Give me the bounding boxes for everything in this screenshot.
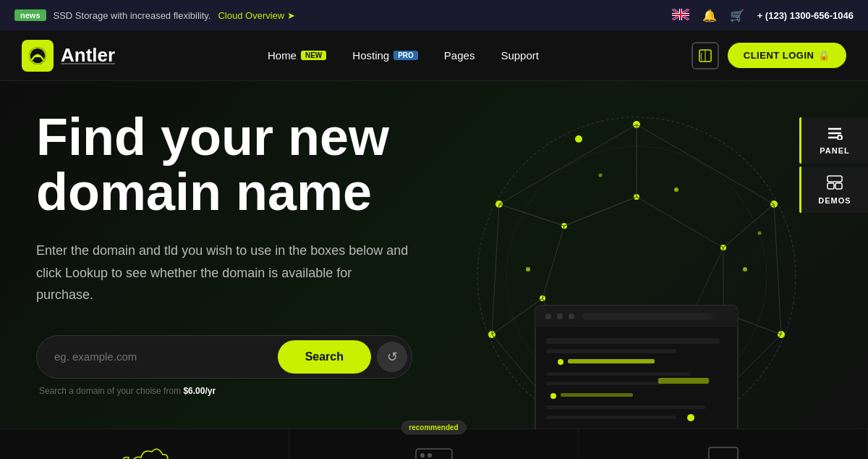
nav-pages-label: Pages (444, 49, 475, 62)
svg-rect-80 (827, 183, 834, 189)
svg-rect-72 (546, 405, 705, 409)
hero-title: Find your new domain name (36, 110, 412, 219)
announcement-text: SSD Storage with increased flexibility. (54, 10, 211, 21)
panel-widget: PANEL DEMOS (799, 117, 868, 213)
hero-section: PANEL DEMOS Find your new domain name En… (0, 81, 868, 429)
svg-rect-67 (546, 372, 691, 376)
svg-rect-90 (709, 447, 738, 459)
svg-point-60 (557, 313, 563, 319)
navbar: Antler Home NEW Hosting PRO Pages Suppor… (0, 30, 868, 81)
nav-hosting-badge: PRO (393, 51, 418, 60)
svg-rect-68 (546, 382, 662, 385)
flag-icon[interactable] (672, 9, 689, 22)
svg-line-49 (499, 204, 564, 226)
logo-text[interactable]: Antler (61, 44, 115, 67)
svg-line-33 (499, 125, 637, 204)
svg-line-28 (774, 204, 781, 334)
panel-icon (827, 127, 843, 143)
svg-point-70 (550, 393, 556, 399)
panel-label: PANEL (820, 146, 849, 155)
demos-button[interactable]: DEMOS (799, 167, 868, 213)
svg-point-50 (674, 188, 678, 192)
svg-line-32 (492, 204, 499, 334)
domain-search-input[interactable] (54, 350, 272, 363)
svg-point-74 (687, 414, 694, 421)
svg-point-85 (420, 453, 425, 458)
lock-icon: 🔒 (818, 50, 830, 61)
svg-rect-4 (680, 9, 681, 20)
bell-icon[interactable]: 🔔 (702, 9, 717, 22)
svg-point-55 (758, 232, 762, 235)
client-login-button[interactable]: CLIENT LOGIN 🔒 (728, 43, 846, 68)
svg-point-78 (838, 135, 842, 140)
svg-line-41 (564, 197, 637, 226)
svg-point-53 (526, 267, 530, 271)
client-login-label: CLIENT LOGIN (744, 50, 814, 61)
svg-text:{: { (700, 52, 703, 60)
svg-rect-73 (546, 416, 676, 419)
svg-point-51 (743, 267, 747, 271)
nav-right: { CLIENT LOGIN 🔒 (692, 42, 846, 70)
svg-rect-79 (827, 176, 842, 182)
search-hint: Search a domain of your choise from $6.0… (36, 386, 412, 396)
nav-hosting-label: Hosting (352, 49, 389, 62)
card-1 (0, 429, 289, 459)
svg-rect-64 (546, 349, 676, 353)
nav-item-support[interactable]: Support (490, 43, 549, 67)
cards-row: recommended (0, 429, 868, 459)
nav-home-label: Home (268, 49, 297, 62)
svg-rect-62 (582, 313, 712, 320)
top-bar-left: news SSD Storage with increased flexibil… (14, 9, 295, 21)
logo-area: Antler (22, 40, 115, 72)
svg-line-39 (542, 226, 564, 298)
search-button[interactable]: Search (278, 340, 371, 374)
svg-rect-63 (546, 338, 720, 344)
svg-rect-71 (561, 393, 633, 397)
hero-description: Enter the domain and tld you wish to use… (36, 240, 412, 306)
nav-links: Home NEW Hosting PRO Pages Support (258, 43, 549, 67)
svg-point-65 (558, 359, 563, 365)
nav-item-home[interactable]: Home NEW (258, 43, 336, 67)
top-bar: news SSD Storage with increased flexibil… (0, 0, 868, 30)
card-2: recommended (289, 429, 579, 459)
svg-rect-66 (568, 359, 655, 363)
svg-line-27 (637, 125, 774, 204)
nav-support-label: Support (501, 49, 539, 62)
svg-point-59 (545, 313, 551, 319)
refresh-icon: ↺ (387, 349, 398, 365)
demos-label: DEMOS (818, 196, 851, 205)
cart-icon[interactable]: 🛒 (730, 9, 744, 22)
logo-icon (22, 40, 54, 72)
svg-rect-69 (658, 378, 709, 384)
network-graphic (420, 88, 825, 429)
demos-icon (827, 175, 843, 193)
svg-point-54 (599, 174, 603, 177)
top-bar-right: 🔔 🛒 + (123) 1300-656-1046 (672, 9, 854, 22)
svg-point-61 (569, 313, 574, 319)
svg-point-86 (427, 453, 432, 458)
panel-toggle-button[interactable]: { (692, 42, 719, 70)
nav-home-badge: NEW (301, 51, 326, 60)
nav-item-pages[interactable]: Pages (434, 43, 485, 67)
svg-point-19 (575, 135, 582, 143)
news-badge: news (14, 9, 46, 21)
svg-line-34 (637, 197, 723, 248)
nav-item-hosting[interactable]: Hosting PRO (342, 43, 428, 67)
card-3 (579, 429, 868, 459)
domain-search-bar: Search ↺ (36, 335, 412, 379)
panel-button[interactable]: PANEL (799, 117, 868, 164)
hero-content: Find your new domain name Enter the doma… (0, 81, 448, 429)
cloud-link[interactable]: Cloud Overview ➤ (218, 10, 294, 21)
refresh-button[interactable]: ↺ (377, 342, 407, 372)
svg-rect-81 (835, 183, 842, 189)
phone-number: + (123) 1300-656-1046 (757, 10, 854, 21)
